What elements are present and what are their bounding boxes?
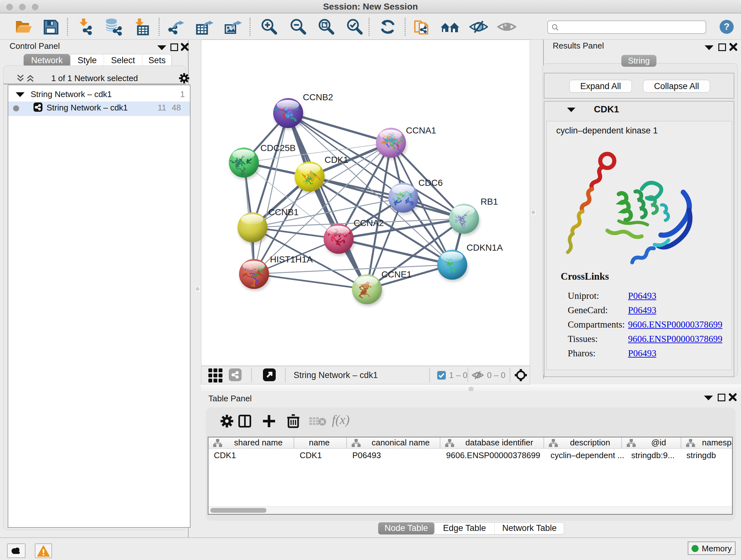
svg-text:CCNB2: CCNB2 — [303, 92, 333, 102]
svg-text:CDK1: CDK1 — [325, 155, 348, 165]
svg-text:HIST1H1A: HIST1H1A — [270, 254, 313, 264]
svg-text:CDC25B: CDC25B — [260, 143, 295, 153]
svg-text:RB1: RB1 — [481, 197, 498, 206]
svg-text:CDKN1A: CDKN1A — [467, 243, 503, 253]
svg-text:CCNE1: CCNE1 — [381, 269, 412, 279]
svg-text:CDC6: CDC6 — [418, 178, 443, 188]
svg-text:?: ? — [724, 21, 730, 32]
svg-text:CCNA2: CCNA2 — [354, 218, 384, 228]
svg-text:CCNA1: CCNA1 — [406, 125, 436, 135]
svg-text:CCNB1: CCNB1 — [268, 207, 299, 217]
